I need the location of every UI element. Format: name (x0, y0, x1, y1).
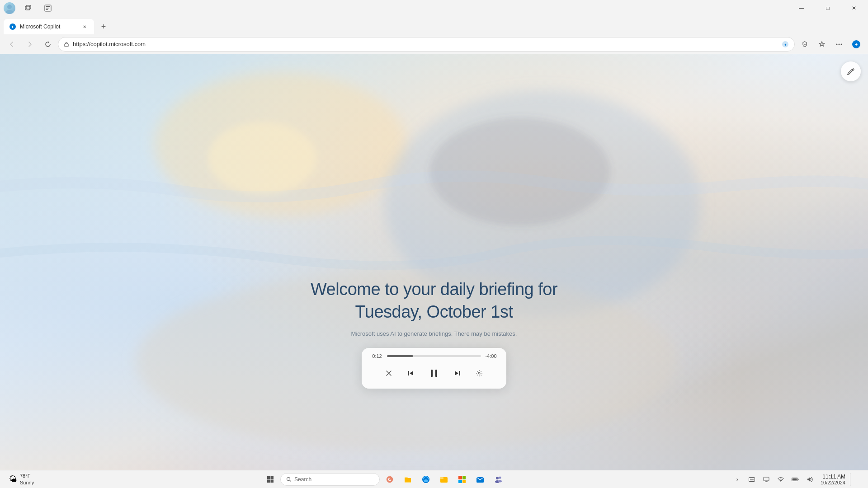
tray-wifi-button[interactable] (774, 473, 787, 486)
svg-rect-7 (46, 9, 48, 10)
svg-rect-55 (764, 477, 769, 481)
title-bar: — □ ✕ (0, 0, 868, 16)
copilot-icon-address: ✦ (782, 41, 789, 48)
address-bar[interactable]: https://copilot.microsoft.com ✦ (58, 37, 795, 52)
tab-manager-icon[interactable] (21, 0, 35, 16)
tab-close-button[interactable]: ✕ (80, 23, 89, 31)
svg-point-36 (424, 479, 428, 482)
active-tab[interactable]: ✦ Microsoft Copilot ✕ (4, 19, 94, 34)
nav-right: ✦ ✦ (797, 36, 864, 52)
svg-rect-48 (749, 477, 755, 481)
file-explorer-button[interactable] (400, 471, 416, 488)
welcome-line2: Tuesday, October 1st (355, 302, 513, 321)
progress-bar[interactable] (387, 355, 481, 357)
svg-point-0 (7, 5, 12, 9)
svg-point-16 (841, 43, 842, 45)
svg-point-14 (836, 43, 838, 45)
tray-keyboard-button[interactable] (745, 473, 758, 486)
weather-info[interactable]: 🌤 78°F Sunny (5, 473, 38, 486)
ai-disclaimer: Microsoft uses AI to generate briefings.… (276, 330, 592, 337)
svg-rect-26 (435, 370, 437, 377)
progress-fill (387, 355, 413, 357)
taskbar-right: › (731, 473, 868, 486)
lock-icon (64, 42, 69, 47)
welcome-line1: Welcome to your daily briefing for (311, 280, 557, 299)
store-button[interactable] (454, 471, 470, 488)
svg-rect-29 (267, 476, 270, 479)
edge-copilot-button[interactable]: ✦ (848, 36, 864, 52)
tray-speaker-button[interactable] (803, 473, 816, 486)
favorites-button[interactable] (814, 36, 830, 52)
history-icon[interactable] (41, 0, 55, 16)
svg-rect-6 (46, 8, 49, 9)
file-explorer-icon (404, 475, 412, 483)
new-tab-button[interactable]: + (96, 19, 111, 34)
settings-button[interactable] (471, 365, 487, 381)
audio-player: 0:12 -4:00 (362, 348, 506, 389)
tray-battery-button[interactable] (789, 473, 802, 486)
next-button[interactable] (449, 365, 466, 381)
tray-chevron-button[interactable]: › (731, 473, 744, 486)
edit-button[interactable] (841, 61, 861, 81)
svg-text:✦: ✦ (854, 42, 858, 47)
maximize-button[interactable]: □ (817, 0, 838, 16)
extensions-button[interactable]: ✦ (797, 36, 813, 52)
start-button[interactable] (262, 471, 278, 488)
svg-rect-41 (458, 480, 462, 483)
svg-rect-31 (267, 479, 270, 483)
mail-icon (476, 475, 484, 483)
svg-rect-5 (46, 6, 50, 7)
weather-text: 78°F Sunny (20, 473, 34, 486)
url-text: https://copilot.microsoft.com (73, 41, 778, 47)
clock-date: 10/22/2024 (821, 480, 845, 485)
more-button[interactable] (831, 36, 847, 52)
explorer-button[interactable] (436, 471, 452, 488)
condition: Sunny (20, 479, 34, 486)
user-avatar[interactable] (4, 2, 15, 14)
current-time: 0:12 (371, 353, 383, 359)
browser-chrome: — □ ✕ ✦ Microsoft Copilot ✕ + (0, 0, 868, 54)
teams-button[interactable] (490, 471, 506, 488)
svg-rect-42 (462, 480, 466, 483)
close-player-button[interactable] (381, 365, 397, 381)
svg-rect-61 (792, 478, 797, 480)
store-icon (458, 475, 466, 483)
temperature: 78°F (20, 473, 34, 479)
close-button[interactable]: ✕ (844, 0, 864, 16)
wave-overlay (0, 54, 868, 470)
tab-title: Microsoft Copilot (20, 23, 77, 30)
svg-point-47 (498, 480, 502, 482)
svg-text:✦: ✦ (804, 43, 806, 46)
explorer-icon (440, 475, 448, 483)
edge-button[interactable] (418, 471, 434, 488)
play-pause-button[interactable] (424, 363, 444, 383)
window-controls: — □ ✕ (791, 0, 864, 16)
previous-button[interactable] (402, 365, 419, 381)
svg-rect-32 (271, 479, 274, 483)
forward-button[interactable] (22, 36, 38, 52)
tray-display-button[interactable] (760, 473, 773, 486)
remaining-time: -4:00 (485, 353, 497, 359)
search-icon (286, 477, 292, 482)
main-content: Welcome to your daily briefing for Tuesd… (0, 54, 868, 470)
clock-area[interactable]: 11:11 AM 10/22/2024 (818, 474, 848, 485)
svg-rect-39 (458, 476, 462, 479)
svg-rect-27 (459, 371, 461, 375)
refresh-button[interactable] (40, 36, 56, 52)
show-desktop-button[interactable]: │ (850, 473, 863, 486)
search-bar[interactable]: Search (280, 473, 380, 486)
svg-rect-24 (408, 371, 409, 375)
svg-point-45 (499, 476, 501, 479)
search-text: Search (294, 476, 311, 483)
mail-button[interactable] (472, 471, 488, 488)
svg-point-28 (478, 372, 480, 374)
svg-rect-38 (440, 477, 443, 479)
content-center: Welcome to your daily briefing for Tuesd… (276, 278, 592, 389)
widgets-button[interactable] (382, 471, 398, 488)
clock-time: 11:11 AM (822, 474, 845, 480)
weather-icon: 🌤 (9, 474, 17, 484)
taskbar-center: Search (38, 471, 731, 488)
back-button[interactable] (4, 36, 20, 52)
progress-row: 0:12 -4:00 (371, 353, 497, 359)
minimize-button[interactable]: — (791, 0, 812, 16)
